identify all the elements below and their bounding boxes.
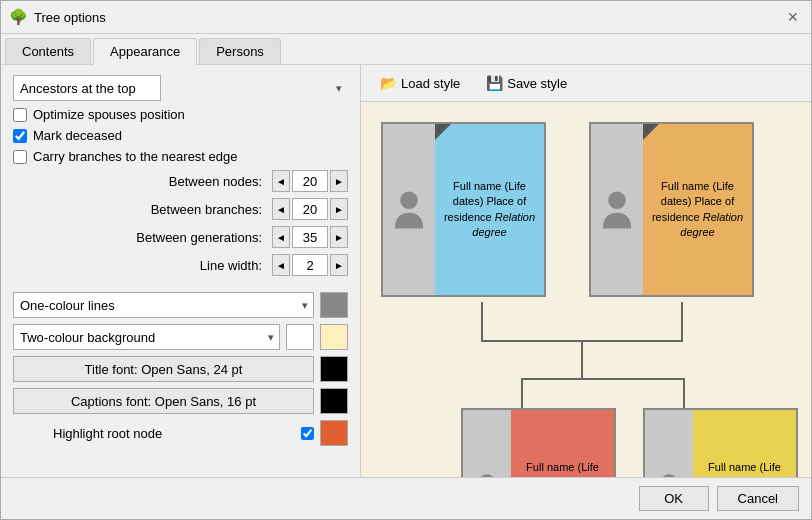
- carry-branches-label: Carry branches to the nearest edge: [33, 149, 238, 164]
- connector-v1: [481, 302, 483, 342]
- svg-point-3: [661, 474, 677, 477]
- corner-stripe-tl: [435, 124, 451, 140]
- content-area: Ancestors at the top Descendants at the …: [1, 65, 811, 477]
- title-bar-left: 🌳 Tree options: [9, 8, 106, 26]
- content-top-right: Full name (Life dates) Place of residenc…: [643, 124, 752, 295]
- cancel-button[interactable]: Cancel: [717, 486, 799, 511]
- bottom-bar: OK Cancel: [1, 477, 811, 519]
- connector-v5: [683, 378, 685, 408]
- title-font-color-swatch[interactable]: [320, 356, 348, 382]
- avatar-bottom-right: [645, 410, 693, 477]
- left-panel: Ancestors at the top Descendants at the …: [1, 65, 361, 477]
- content-bottom-right: Full name (Life dates) Place of residenc…: [693, 410, 796, 477]
- line-width-decrement[interactable]: ◄: [272, 254, 290, 276]
- between-branches-label: Between branches:: [13, 202, 268, 217]
- line-width-spinner: ◄ 2 ►: [272, 254, 348, 276]
- tab-persons[interactable]: Persons: [199, 38, 281, 64]
- optimize-spouses-row: Optimize spouses position: [13, 107, 348, 122]
- layout-dropdown[interactable]: Ancestors at the top Descendants at the …: [13, 75, 161, 101]
- title-font-row: Title font: Open Sans, 24 pt: [13, 356, 348, 382]
- line-color-row: One-colour lines Two-colour lines: [13, 292, 348, 318]
- background-color-dropdown-wrapper: Two-colour background One-colour backgro…: [13, 324, 280, 350]
- background-color-dropdown[interactable]: Two-colour background One-colour backgro…: [13, 324, 280, 350]
- title-bar: 🌳 Tree options ✕: [1, 1, 811, 34]
- background-color-row: Two-colour background One-colour backgro…: [13, 324, 348, 350]
- between-nodes-row: Between nodes: ◄ 20 ►: [13, 170, 348, 192]
- background-swatch-white[interactable]: [286, 324, 314, 350]
- mark-deceased-checkbox[interactable]: [13, 129, 27, 143]
- avatar-top-left: [383, 124, 435, 295]
- layout-dropdown-row: Ancestors at the top Descendants at the …: [13, 75, 348, 101]
- layout-dropdown-wrapper: Ancestors at the top Descendants at the …: [13, 75, 348, 101]
- svg-point-2: [479, 474, 495, 477]
- ok-button[interactable]: OK: [639, 486, 709, 511]
- node-bl-text: Full name (Life dates) Place of residenc…: [517, 460, 608, 477]
- optimize-spouses-checkbox[interactable]: [13, 108, 27, 122]
- between-generations-spinner: ◄ 35 ►: [272, 226, 348, 248]
- node-top-right: Full name (Life dates) Place of residenc…: [589, 122, 754, 297]
- highlight-root-label: Highlight root node: [13, 426, 162, 441]
- between-branches-increment[interactable]: ►: [330, 198, 348, 220]
- line-color-swatch[interactable]: [320, 292, 348, 318]
- between-nodes-increment[interactable]: ►: [330, 170, 348, 192]
- line-color-dropdown-wrapper: One-colour lines Two-colour lines: [13, 292, 314, 318]
- connector-v3: [581, 340, 583, 380]
- line-width-value: 2: [292, 254, 328, 276]
- mark-deceased-label: Mark deceased: [33, 128, 122, 143]
- tab-appearance[interactable]: Appearance: [93, 38, 197, 65]
- title-font-button[interactable]: Title font: Open Sans, 24 pt: [13, 356, 314, 382]
- line-color-dropdown[interactable]: One-colour lines Two-colour lines: [13, 292, 314, 318]
- highlight-root-row: Highlight root node: [13, 420, 348, 446]
- svg-point-0: [400, 191, 418, 209]
- highlight-root-swatch[interactable]: [320, 420, 348, 446]
- tabs-bar: Contents Appearance Persons: [1, 34, 811, 65]
- preview-area: Full name (Life dates) Place of residenc…: [361, 102, 811, 477]
- load-icon: 📂: [380, 75, 397, 91]
- line-width-label: Line width:: [13, 258, 268, 273]
- captions-font-color-swatch[interactable]: [320, 388, 348, 414]
- node-tl-text: Full name (Life dates) Place of residenc…: [441, 179, 538, 241]
- node-top-left: Full name (Life dates) Place of residenc…: [381, 122, 546, 297]
- carry-branches-row: Carry branches to the nearest edge: [13, 149, 348, 164]
- optimize-spouses-label: Optimize spouses position: [33, 107, 185, 122]
- between-generations-increment[interactable]: ►: [330, 226, 348, 248]
- between-branches-spinner: ◄ 20 ►: [272, 198, 348, 220]
- tree-preview: Full name (Life dates) Place of residenc…: [371, 112, 791, 477]
- captions-font-button[interactable]: Captions font: Open Sans, 16 pt: [13, 388, 314, 414]
- avatar-top-right: [591, 124, 643, 295]
- content-top-left: Full name (Life dates) Place of residenc…: [435, 124, 544, 295]
- between-nodes-value: 20: [292, 170, 328, 192]
- between-generations-label: Between generations:: [13, 230, 268, 245]
- node-bottom-right: Full name (Life dates) Place of residenc…: [643, 408, 798, 477]
- load-style-button[interactable]: 📂 Load style: [371, 71, 469, 95]
- background-swatch-cream[interactable]: [320, 324, 348, 350]
- captions-font-row: Captions font: Open Sans, 16 pt: [13, 388, 348, 414]
- node-tr-text: Full name (Life dates) Place of residenc…: [649, 179, 746, 241]
- between-nodes-spinner: ◄ 20 ►: [272, 170, 348, 192]
- save-style-button[interactable]: 💾 Save style: [477, 71, 576, 95]
- connector-v2: [681, 302, 683, 342]
- save-style-label: Save style: [507, 76, 567, 91]
- close-button[interactable]: ✕: [783, 7, 803, 27]
- highlight-root-checkbox[interactable]: [301, 427, 314, 440]
- dialog: 🌳 Tree options ✕ Contents Appearance Per…: [0, 0, 812, 520]
- style-toolbar: 📂 Load style 💾 Save style: [361, 65, 811, 102]
- tab-contents[interactable]: Contents: [5, 38, 91, 64]
- between-nodes-decrement[interactable]: ◄: [272, 170, 290, 192]
- right-panel: 📂 Load style 💾 Save style: [361, 65, 811, 477]
- carry-branches-checkbox[interactable]: [13, 150, 27, 164]
- between-branches-value: 20: [292, 198, 328, 220]
- mark-deceased-row: Mark deceased: [13, 128, 348, 143]
- between-nodes-label: Between nodes:: [13, 174, 268, 189]
- connector-h2: [521, 378, 683, 380]
- between-branches-decrement[interactable]: ◄: [272, 198, 290, 220]
- line-width-row: Line width: ◄ 2 ►: [13, 254, 348, 276]
- node-br-text: Full name (Life dates) Place of residenc…: [699, 460, 790, 477]
- corner-stripe-tr: [643, 124, 659, 140]
- between-generations-decrement[interactable]: ◄: [272, 226, 290, 248]
- between-generations-row: Between generations: ◄ 35 ►: [13, 226, 348, 248]
- node-bottom-left: Full name (Life dates) Place of residenc…: [461, 408, 616, 477]
- line-width-increment[interactable]: ►: [330, 254, 348, 276]
- connector-v4: [521, 378, 523, 408]
- between-generations-value: 35: [292, 226, 328, 248]
